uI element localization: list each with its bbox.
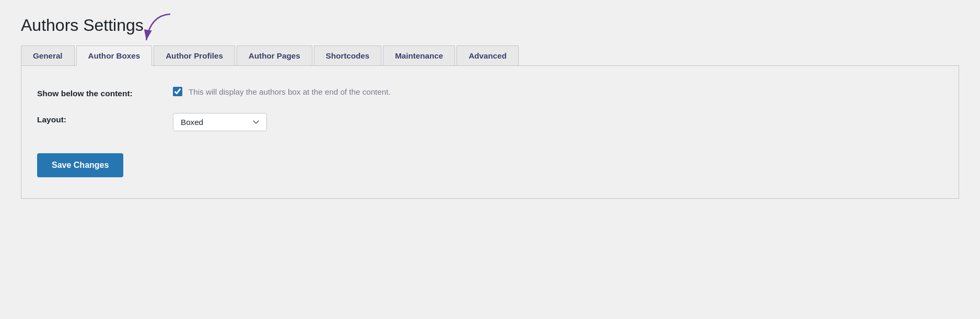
tab-item-advanced: Advanced	[457, 45, 520, 65]
layout-control: Boxed Inline Grid	[173, 113, 943, 131]
tab-content: Show below the content: This will displa…	[21, 66, 959, 199]
tab-maintenance[interactable]: Maintenance	[383, 45, 455, 65]
tab-item-author-pages: Author Pages	[237, 45, 314, 65]
tab-item-author-boxes: Author Boxes	[76, 45, 154, 65]
tab-item-maintenance: Maintenance	[383, 45, 457, 65]
show-below-content-label: Show below the content:	[37, 87, 173, 98]
layout-row: Layout: Boxed Inline Grid	[37, 113, 943, 131]
tab-author-pages[interactable]: Author Pages	[237, 45, 312, 65]
show-below-content-checkbox[interactable]	[173, 87, 182, 96]
settings-section: Show below the content: This will displa…	[37, 82, 943, 183]
show-below-content-description: This will display the authors box at the…	[189, 87, 391, 96]
layout-select[interactable]: Boxed Inline Grid	[173, 113, 267, 131]
show-below-content-row: Show below the content: This will displa…	[37, 87, 943, 98]
save-changes-button[interactable]: Save Changes	[37, 153, 123, 177]
layout-label: Layout:	[37, 113, 173, 124]
tab-item-general: General	[21, 45, 76, 65]
tab-shortcodes[interactable]: Shortcodes	[314, 45, 382, 65]
tabs-nav: General Author Boxes Author Profiles Aut…	[21, 45, 959, 66]
page-title: Authors Settings	[21, 16, 959, 35]
tab-item-author-profiles: Author Profiles	[154, 45, 237, 65]
tab-item-shortcodes: Shortcodes	[314, 45, 383, 65]
tab-author-profiles[interactable]: Author Profiles	[154, 45, 235, 65]
checkbox-wrapper: This will display the authors box at the…	[173, 87, 391, 96]
show-below-content-control: This will display the authors box at the…	[173, 87, 943, 96]
tabs-wrapper: General Author Boxes Author Profiles Aut…	[21, 45, 959, 66]
tab-general[interactable]: General	[21, 45, 75, 65]
tab-advanced[interactable]: Advanced	[457, 45, 519, 65]
tab-author-boxes[interactable]: Author Boxes	[76, 45, 153, 66]
